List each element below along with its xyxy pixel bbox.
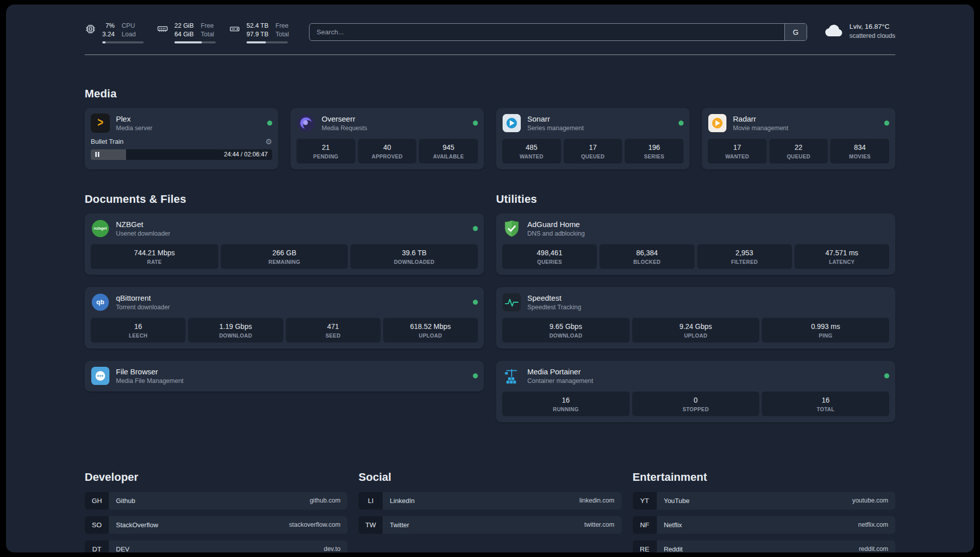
bookmark-name: DEV	[116, 545, 130, 552]
bookmark-domain: stackoverflow.com	[289, 521, 340, 528]
bookmark-abbr: LI	[358, 492, 383, 510]
stat-total: 16TOTAL	[762, 392, 889, 416]
stat-stopped: 0STOPPED	[632, 392, 760, 416]
bookmark-name: YouTube	[664, 497, 690, 505]
section-utilities: Utilities AdGuard Home	[496, 193, 895, 434]
disk-free-label: Free	[276, 22, 289, 30]
stat-queued: 17QUEUED	[564, 139, 623, 163]
stat-rate: 744.21 MbpsRATE	[91, 244, 218, 269]
playback-time: 24:44 / 02:06:47	[224, 151, 268, 158]
bookmark-domain: netflix.com	[858, 521, 888, 528]
stat-available: 945AVAILABLE	[419, 139, 478, 163]
disk-progress-bar	[247, 41, 288, 43]
stat-filtered: 2,953FILTERED	[697, 244, 792, 269]
status-dot	[679, 121, 684, 126]
status-dot	[884, 121, 889, 126]
pause-icon[interactable]	[95, 152, 99, 157]
bookmark-domain: linkedin.com	[579, 497, 614, 504]
bookmark-domain: youtube.com	[852, 497, 888, 504]
filebrowser-icon	[91, 366, 110, 385]
service-card-portainer[interactable]: Media Portainer Container management 16R…	[496, 361, 895, 422]
service-card-adguard[interactable]: AdGuard Home DNS and adblocking 498,461Q…	[496, 213, 895, 275]
bookmark-group-title: Social	[358, 471, 621, 484]
search-provider-button[interactable]: G	[784, 24, 807, 40]
bookmark-netflix[interactable]: NF Netflixnetflix.com	[633, 516, 895, 534]
bookmark-name: Twitter	[390, 521, 409, 529]
service-card-filebrowser[interactable]: File Browser Media File Management	[85, 361, 484, 392]
stat-downloaded: 39.6 TBDOWNLOADED	[350, 244, 478, 269]
portainer-icon	[502, 366, 521, 385]
weather-location: Lviv, 16.87°C	[849, 22, 895, 32]
service-name: Overseerr	[322, 115, 367, 123]
service-name: AdGuard Home	[527, 220, 585, 229]
search-input[interactable]	[310, 24, 784, 40]
bookmark-name: StackOverflow	[116, 521, 158, 529]
service-name: File Browser	[116, 367, 183, 376]
bookmark-group-entertainment: Entertainment YT YouTubeyoutube.com NF N…	[633, 471, 895, 552]
bookmark-stackoverflow[interactable]: SO StackOverflowstackoverflow.com	[85, 516, 347, 534]
bookmark-youtube[interactable]: YT YouTubeyoutube.com	[633, 492, 895, 510]
bookmark-reddit[interactable]: RE Redditreddit.com	[633, 540, 895, 552]
bookmark-abbr: GH	[85, 492, 109, 510]
memory-free-label: Free	[201, 22, 214, 30]
memory-progress-bar	[174, 41, 216, 43]
memory-free-value: 22 GiB	[174, 22, 194, 30]
cpu-usage-value: 7%	[105, 22, 114, 30]
stat-queued: 22QUEUED	[769, 139, 828, 163]
stat-upload: 9.24 GbpsUPLOAD	[632, 318, 760, 343]
now-playing-widget: Bullet Train ⚙ 24:44 / 02:06:47	[91, 137, 272, 160]
service-name: Sonarr	[527, 115, 584, 123]
bookmark-github[interactable]: GH Githubgithub.com	[85, 492, 347, 510]
adguard-icon	[502, 219, 521, 238]
weather-condition: scattered clouds	[849, 32, 895, 41]
service-card-radarr[interactable]: Radarr Movie management 17WANTED 22QUEUE…	[702, 108, 895, 170]
service-card-overseerr[interactable]: Overseerr Media Requests 21PENDING 40APP…	[290, 108, 484, 170]
top-bar: 7% 3.24 CPU Load	[85, 22, 895, 43]
topbar-divider	[85, 54, 895, 55]
service-card-sonarr[interactable]: Sonarr Series management 485WANTED 17QUE…	[496, 108, 690, 170]
service-desc: DNS and adblocking	[527, 230, 585, 237]
qbittorrent-icon: qb	[91, 293, 110, 312]
disk-free-value: 52.4 TB	[247, 22, 269, 30]
search-bar: G	[309, 23, 807, 41]
plex-icon: >	[91, 114, 110, 133]
service-name: Plex	[116, 115, 152, 123]
bookmark-name: Netflix	[664, 521, 682, 529]
stat-approved: 40APPROVED	[358, 139, 417, 163]
section-title-media: Media	[85, 87, 895, 100]
cpu-progress-bar	[102, 41, 144, 43]
gear-icon[interactable]: ⚙	[266, 137, 272, 146]
stat-seed: 471SEED	[286, 318, 381, 343]
disk-widget: 52.4 TB 97.9 TB Free Total	[229, 22, 289, 43]
cpu-widget: 7% 3.24 CPU Load	[85, 22, 144, 43]
disk-drive-icon	[229, 23, 240, 43]
stat-movies: 834MOVIES	[830, 139, 889, 163]
weather-widget: Lviv, 16.87°C scattered clouds	[824, 22, 895, 40]
memory-ram-icon	[157, 23, 168, 43]
bookmark-linkedin[interactable]: LI LinkedInlinkedin.com	[358, 492, 621, 510]
status-dot	[884, 373, 889, 378]
disk-total-value: 97.9 TB	[247, 30, 269, 39]
service-card-nzbget[interactable]: nzbget NZBGet Usenet downloader 744.21 M…	[85, 213, 484, 275]
service-card-speedtest[interactable]: Speedtest Speedtest Tracking 9.65 GbpsDO…	[496, 287, 895, 349]
bookmark-dev[interactable]: DT DEVdev.to	[85, 540, 347, 552]
bookmark-twitter[interactable]: TW Twittertwitter.com	[358, 516, 621, 534]
stat-running: 16RUNNING	[502, 392, 630, 416]
cpu-label: CPU	[121, 22, 136, 30]
service-name: Radarr	[733, 115, 788, 123]
bookmark-group-title: Entertainment	[633, 471, 895, 484]
service-desc: Usenet downloader	[116, 230, 170, 237]
bookmark-group-social: Social LI LinkedInlinkedin.com TW Twitte…	[358, 471, 621, 540]
stat-download: 9.65 GbpsDOWNLOAD	[502, 318, 630, 343]
service-desc: Container management	[527, 377, 593, 384]
service-card-qbittorrent[interactable]: qb qBittorrent Torrent downloader 16LEEC…	[85, 287, 484, 349]
service-name: Media Portainer	[527, 367, 593, 376]
section-title-documents: Documents & Files	[85, 193, 484, 206]
stat-series: 196SERIES	[625, 139, 684, 163]
service-desc: Movie management	[733, 125, 788, 132]
service-desc: Speedtest Tracking	[527, 304, 581, 311]
stat-pending: 21PENDING	[296, 139, 355, 163]
service-card-plex[interactable]: > Plex Media server Bullet Train ⚙	[85, 108, 278, 170]
service-desc: Media Requests	[322, 125, 367, 132]
stat-queries: 498,461QUERIES	[502, 244, 597, 269]
